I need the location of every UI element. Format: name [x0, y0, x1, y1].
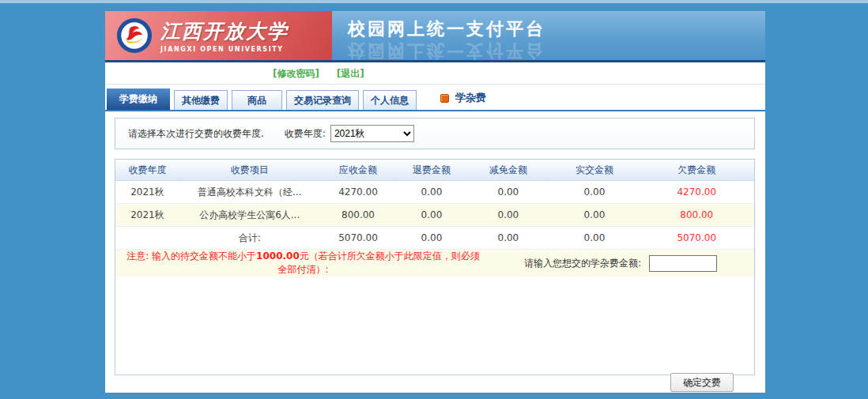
tab-goods[interactable]: 商品: [232, 90, 282, 110]
fee-table-panel: 收费年度 收费项目 应收金额 退费金额 减免金额 实交金额 欠费金额 2021秋: [115, 159, 755, 375]
cell-refund: 0.00: [397, 204, 467, 227]
cell-year-empty: [115, 227, 179, 250]
content-area: [修改密码] [退出] 学费缴纳 其他缴费 商品 交易记录查询 个人信息 学杂费…: [105, 62, 765, 393]
table-header-row: 收费年度 收费项目 应收金额 退费金额 减免金额 实交金额 欠费金额: [115, 160, 754, 181]
fee-year-prompt: 请选择本次进行交费的收费年度.: [128, 127, 264, 141]
change-password-link[interactable]: [修改密码]: [273, 68, 319, 79]
cell-total-due: 5070.00: [320, 227, 397, 250]
fee-year-panel: 请选择本次进行交费的收费年度. 收费年度: 2021秋: [115, 118, 755, 149]
table-total-row: 合计: 5070.00 0.00 0.00 0.00 5070.00: [115, 227, 754, 250]
tab-personal-info[interactable]: 个人信息: [363, 90, 417, 110]
cell-due: 4270.00: [320, 181, 397, 204]
cell-due: 800.00: [320, 204, 397, 227]
warning-prefix: 注意: 输入的待交金额不能小于: [126, 250, 256, 262]
logout-link[interactable]: [退出]: [337, 68, 364, 79]
cell-total-owed: 5070.00: [640, 227, 754, 250]
cell-owed: 4270.00: [640, 181, 754, 204]
amount-input-label: 请输入您想交的学杂费金额:: [524, 257, 641, 270]
page-container: 江西开放大学 JIANGXI OPEN UNIVERSITY 校园网上统一支付平…: [105, 11, 765, 393]
orange-bullet-icon: [440, 94, 449, 103]
cell-year: 2021秋: [115, 204, 179, 227]
university-name-en: JIANGXI OPEN UNIVERSITY: [160, 46, 289, 53]
university-names: 江西开放大学 JIANGXI OPEN UNIVERSITY: [160, 18, 289, 53]
fee-year-select-label: 收费年度:: [285, 127, 326, 141]
cell-year: 2021秋: [115, 181, 179, 204]
tab-other-fees[interactable]: 其他缴费: [174, 90, 228, 110]
cell-total-refund: 0.00: [397, 227, 467, 250]
university-logo-icon: [116, 17, 153, 54]
warning-amount: 1000.00: [256, 250, 300, 262]
col-paid-amount: 实交金额: [549, 160, 639, 181]
cell-owed: 800.00: [640, 204, 754, 227]
title-section: 校园网上统一支付平台 校园网上统一支付平台: [332, 11, 765, 60]
tab-bar: 学费缴纳 其他缴费 商品 交易记录查询 个人信息 学杂费: [105, 88, 765, 111]
cell-paid: 0.00: [549, 181, 639, 204]
cell-waiver: 0.00: [466, 181, 549, 204]
payment-note-row: 注意: 输入的待交金额不能小于1000.00元（若合计所欠金额小于此限定值，则必…: [115, 250, 754, 277]
logo-section: 江西开放大学 JIANGXI OPEN UNIVERSITY: [105, 11, 332, 60]
col-waiver-amount: 减免金额: [466, 160, 549, 181]
minimum-payment-warning: 注意: 输入的待交金额不能小于1000.00元（若合计所欠金额小于此限定值，则必…: [123, 250, 483, 277]
col-amount-due: 应收金额: [320, 160, 397, 181]
top-border: [0, 0, 868, 3]
table-row: 2021秋 普通高校本科文科（经... 4270.00 0.00 0.00 0.…: [115, 181, 754, 204]
cell-item: 普通高校本科文科（经...: [179, 181, 320, 204]
cell-total-paid: 0.00: [549, 227, 639, 250]
platform-title: 校园网上统一支付平台: [348, 17, 765, 41]
section-label: 学杂费: [455, 91, 486, 105]
confirm-payment-button[interactable]: 确定交费: [670, 373, 734, 392]
amount-input[interactable]: [649, 255, 717, 272]
university-name: 江西开放大学: [160, 18, 289, 44]
cell-total-waiver: 0.00: [466, 227, 549, 250]
fee-year-select[interactable]: 2021秋: [330, 125, 414, 142]
cell-waiver: 0.00: [466, 204, 549, 227]
cell-refund: 0.00: [397, 181, 467, 204]
screen: 江西开放大学 JIANGXI OPEN UNIVERSITY 校园网上统一支付平…: [0, 0, 868, 399]
header-banner: 江西开放大学 JIANGXI OPEN UNIVERSITY 校园网上统一支付平…: [105, 11, 765, 62]
warning-suffix: 元（若合计所欠金额小于此限定值，则必须全部付清）:: [277, 250, 479, 275]
section-badge: 学杂费: [440, 91, 486, 105]
col-fee-item: 收费项目: [179, 160, 320, 181]
account-links-row: [修改密码] [退出]: [105, 62, 765, 85]
tab-transaction-history[interactable]: 交易记录查询: [286, 90, 359, 110]
cell-total-label: 合计:: [179, 227, 320, 250]
col-owed-amount: 欠费金额: [640, 160, 754, 181]
platform-title-reflection: 校园网上统一支付平台: [348, 39, 765, 60]
col-refund-amount: 退费金额: [397, 160, 467, 181]
col-fee-year: 收费年度: [115, 160, 179, 181]
cell-paid: 0.00: [549, 204, 639, 227]
fee-table: 收费年度 收费项目 应收金额 退费金额 减免金额 实交金额 欠费金额 2021秋: [115, 160, 754, 250]
cell-item: 公办高校学生公寓6人...: [179, 204, 320, 227]
table-row: 2021秋 公办高校学生公寓6人... 800.00 0.00 0.00 0.0…: [115, 204, 754, 227]
tab-tuition-payment[interactable]: 学费缴纳: [107, 88, 170, 110]
